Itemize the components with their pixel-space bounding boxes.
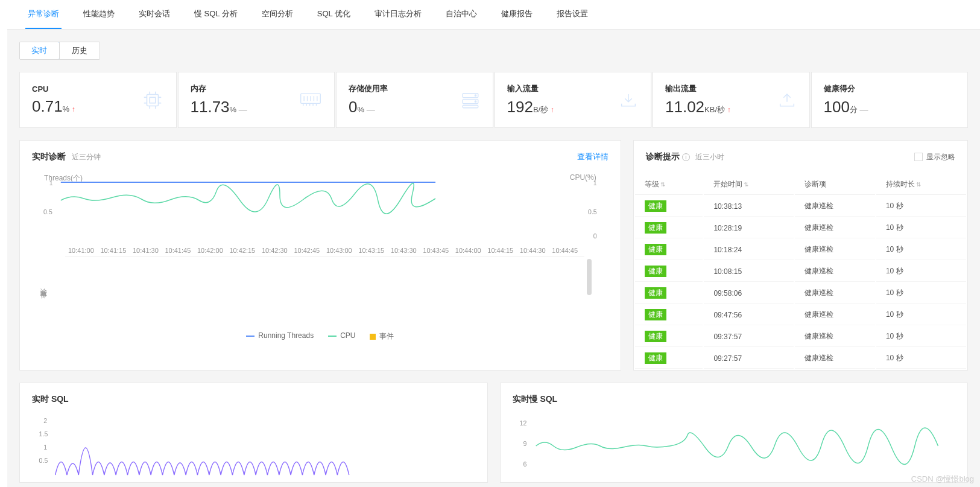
metric-value: 11.73: [191, 98, 230, 116]
metric-value: 0: [349, 98, 357, 116]
metric-label: CPU: [32, 84, 75, 94]
cell-time: 10:08:15: [704, 261, 794, 282]
legend-item[interactable]: 事件: [370, 331, 394, 342]
x-tick: 10:44:45: [552, 247, 584, 254]
nav-tab-2[interactable]: 实时会话: [136, 0, 172, 29]
subtab-0[interactable]: 实时: [19, 42, 60, 60]
metric-label: 输出流量: [665, 83, 731, 94]
metric-value: 0.71: [32, 97, 63, 115]
diag-title: 实时诊断: [32, 151, 66, 161]
diag-sub: 近三分钟: [72, 153, 101, 161]
cpu-icon: [141, 89, 164, 112]
metric-3[interactable]: 输入流量192B/秒 ↑: [495, 72, 652, 128]
nav-tab-3[interactable]: 慢 SQL 分析: [192, 0, 240, 29]
diag-legend: Running ThreadsCPU事件: [20, 324, 621, 352]
status-badge: 健康: [645, 287, 666, 299]
nav-tab-8[interactable]: 健康报告: [499, 0, 535, 29]
cell-dur: 10 秒: [876, 218, 966, 238]
nav-tab-4[interactable]: 空间分析: [259, 0, 296, 29]
info-icon[interactable]: i: [682, 153, 690, 161]
tips-sub: 近三小时: [695, 153, 724, 161]
x-tick: 10:44:30: [520, 247, 552, 254]
slow-sql-chart: 12 9 6: [501, 416, 968, 476]
legend-item[interactable]: CPU: [328, 331, 355, 342]
x-tick: 10:42:45: [294, 247, 326, 254]
x-tick: 10:43:15: [358, 247, 390, 254]
tips-col-0[interactable]: 等级⇅: [635, 174, 703, 195]
table-row[interactable]: 健康09:27:57健康巡检10 秒: [635, 348, 966, 369]
tips-col-1[interactable]: 开始时间⇅: [704, 174, 794, 195]
x-tick: 10:42:15: [229, 247, 261, 254]
cell-item: 健康巡检: [795, 261, 874, 282]
subtab-1[interactable]: 历史: [59, 42, 100, 59]
cell-item: 健康巡检: [795, 305, 874, 325]
x-tick: 10:44:00: [455, 247, 487, 254]
cell-time: 10:28:19: [704, 218, 794, 238]
svg-text:2: 2: [43, 417, 47, 424]
x-ticks: 10:41:0010:41:1510:41:3010:41:4510:42:00…: [32, 246, 609, 254]
scrollbar[interactable]: [587, 259, 592, 295]
ignore-checkbox[interactable]: 显示忽略: [914, 152, 955, 162]
table-row[interactable]: 健康10:38:13健康巡检10 秒: [635, 196, 966, 217]
watermark: CSDN @憧憬blog: [911, 474, 974, 485]
cell-item: 健康巡检: [795, 240, 874, 260]
nav-tab-7[interactable]: 自治中心: [443, 0, 479, 29]
table-row[interactable]: 健康09:37:57健康巡检10 秒: [635, 326, 966, 347]
legend-item[interactable]: Running Threads: [246, 331, 314, 342]
cell-time: 10:18:24: [704, 240, 794, 260]
cell-dur: 10 秒: [876, 196, 966, 217]
diag-side-label: 诊断事件: [39, 283, 48, 288]
x-tick: 10:41:15: [100, 247, 132, 254]
memory-icon: [299, 92, 322, 109]
table-row[interactable]: 健康09:58:06健康巡检10 秒: [635, 283, 966, 304]
metric-0[interactable]: CPU0.71% ↑: [19, 72, 177, 128]
tips-col-3[interactable]: 持续时长⇅: [876, 174, 966, 195]
svg-text:6: 6: [523, 460, 526, 468]
svg-text:1: 1: [43, 444, 47, 451]
diag-chart: 1 0.5 1 0.5 0 10:41:0010:41:1510:41:3010…: [20, 173, 621, 324]
svg-text:9: 9: [523, 440, 526, 447]
metric-4[interactable]: 输出流量11.02KB/秒 ↑: [653, 72, 810, 128]
svg-rect-23: [463, 105, 478, 107]
cell-item: 健康巡检: [795, 218, 874, 238]
nav-tab-1[interactable]: 性能趋势: [81, 0, 117, 29]
cell-time: 09:58:06: [704, 283, 794, 304]
x-tick: 10:42:30: [262, 247, 294, 254]
slow-sql-title: 实时慢 SQL: [513, 394, 558, 405]
nav-tab-6[interactable]: 审计日志分析: [372, 0, 424, 29]
diag-tips-card: 诊断提示i 近三小时 显示忽略 等级⇅开始时间⇅诊断项持续时长⇅ 健康10:38…: [633, 140, 968, 371]
table-row[interactable]: 健康10:08:15健康巡检10 秒: [635, 261, 966, 282]
status-badge: 健康: [645, 200, 666, 212]
ytick: 0.5: [588, 208, 597, 215]
series-cpu: [61, 183, 435, 214]
metric-unit: %: [357, 105, 366, 114]
download-icon: [618, 91, 639, 109]
table-row[interactable]: 健康10:28:19健康巡检10 秒: [635, 218, 966, 238]
x-tick: 10:41:30: [133, 247, 165, 254]
table-row[interactable]: 健康10:18:24健康巡检10 秒: [635, 240, 966, 260]
x-tick: 10:43:45: [423, 247, 455, 254]
svg-text:0.5: 0.5: [39, 457, 48, 464]
tips-title: 诊断提示: [646, 151, 680, 161]
status-badge: 健康: [645, 331, 666, 342]
svg-text:12: 12: [519, 419, 526, 427]
metric-label: 健康得分: [824, 83, 868, 94]
cell-time: 10:38:13: [704, 196, 794, 217]
metric-value: 11.02: [665, 98, 704, 116]
nav-tab-0[interactable]: 异常诊断: [25, 0, 62, 29]
status-badge: 健康: [645, 244, 666, 255]
table-row[interactable]: 健康09:47:56健康巡检10 秒: [635, 305, 966, 325]
svg-point-25: [475, 100, 476, 101]
cell-time: 09:47:56: [704, 305, 794, 325]
cell-dur: 10 秒: [876, 261, 966, 282]
ytick: 1: [49, 179, 53, 186]
view-detail-link[interactable]: 查看详情: [577, 151, 609, 162]
x-tick: 10:43:00: [326, 247, 358, 254]
metric-2[interactable]: 存储使用率0% —: [336, 72, 493, 128]
metric-5[interactable]: 健康得分100分 —: [811, 72, 969, 128]
tips-col-2[interactable]: 诊断项: [795, 174, 874, 195]
x-tick: 10:43:30: [391, 247, 423, 254]
nav-tab-9[interactable]: 报告设置: [554, 0, 590, 29]
nav-tab-5[interactable]: SQL 优化: [315, 0, 353, 29]
metric-1[interactable]: 内存11.73% —: [178, 72, 335, 128]
